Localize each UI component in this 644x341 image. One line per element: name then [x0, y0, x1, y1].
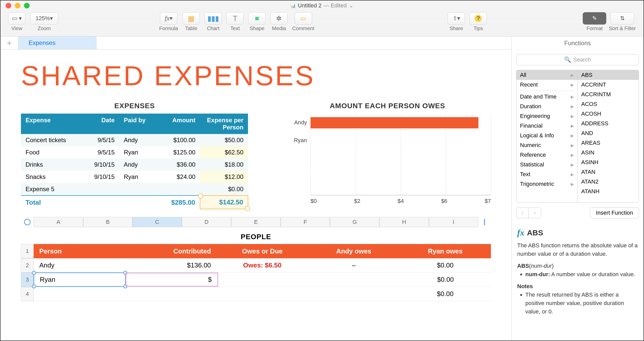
- shape-button[interactable]: ■: [248, 12, 266, 25]
- minimize-window-icon[interactable]: [15, 3, 20, 8]
- category-list[interactable]: All▶ Recent▶ Date and Time▶ Duration▶ En…: [516, 70, 578, 202]
- text-icon: T: [233, 14, 237, 23]
- media-button[interactable]: ✲: [270, 12, 288, 25]
- people-table[interactable]: 1 2 3 4 Person Contributed Owes or Due A…: [21, 244, 491, 301]
- function-doc: fxABS The ABS function returns the absol…: [512, 223, 643, 316]
- col-E[interactable]: E: [231, 217, 281, 227]
- y-label-andy: Andy: [284, 114, 307, 131]
- tips-icon: ?: [475, 15, 482, 22]
- text-button[interactable]: T: [226, 12, 244, 25]
- table-icon: ▦: [188, 14, 194, 23]
- chart-icon: ▮▮▮: [207, 14, 219, 23]
- brush-icon: ✎: [592, 15, 597, 22]
- insert-function-button[interactable]: Insert Function: [590, 207, 639, 218]
- search-input[interactable]: 🔍 Search: [516, 54, 639, 65]
- row-2[interactable]: 2: [21, 258, 34, 273]
- function-list[interactable]: ABS ACCRINT ACCRINTM ACOS ACOSH ADDRESS …: [578, 70, 639, 202]
- chart-mini-icon: 📊: [291, 3, 296, 8]
- titlebar: 📊 Untitled 2 — Edited ⌄: [1, 1, 643, 11]
- expenses-caption: EXPENSES: [21, 102, 248, 110]
- sheet-tab-expenses[interactable]: Expenses: [18, 36, 96, 49]
- zoom-button[interactable]: 125% ▾: [30, 12, 58, 25]
- column-headers: A B C D E F G H I: [21, 217, 491, 227]
- cat-recent[interactable]: Recent▶: [516, 80, 577, 90]
- share-button[interactable]: ⇧ ▾: [448, 12, 465, 25]
- selected-cell-total-pp: $142.50: [200, 196, 248, 209]
- col-D[interactable]: D: [182, 217, 231, 227]
- close-window-icon[interactable]: [6, 3, 11, 8]
- tips-button[interactable]: ?: [469, 12, 487, 25]
- document-name: Untitled 2: [298, 2, 321, 9]
- bar-andy: [311, 117, 478, 128]
- formula-button[interactable]: fx ▾: [160, 12, 177, 25]
- table-handle-icon[interactable]: [24, 219, 31, 225]
- side-panel-title: Functions: [511, 36, 643, 50]
- expenses-table[interactable]: Expense Date Paid by Amount Expense per …: [21, 114, 248, 209]
- comment-icon: ▭: [300, 15, 306, 22]
- comment-button[interactable]: ▭: [295, 12, 312, 25]
- nav-forward-button[interactable]: ›: [529, 208, 541, 218]
- col-I[interactable]: I: [429, 217, 478, 227]
- view-button[interactable]: ▭ ▾: [8, 12, 26, 25]
- owes-chart[interactable]: Andy Ryan: [284, 114, 491, 195]
- selected-cell-ryan[interactable]: Ryan: [33, 272, 126, 287]
- functions-panel: 🔍 Search All▶ Recent▶ Date and Time▶ Dur…: [511, 50, 643, 340]
- func-abs[interactable]: ABS: [578, 70, 639, 80]
- sheet-tabs: + Expenses Functions: [1, 36, 643, 50]
- row-3[interactable]: 3: [21, 273, 34, 287]
- zoom-window-icon[interactable]: [24, 3, 30, 8]
- cat-all[interactable]: All▶: [516, 70, 577, 80]
- canvas[interactable]: SHARED EXPENSES EXPENSES Expense Date Pa…: [1, 50, 511, 340]
- add-sheet-button[interactable]: +: [1, 36, 18, 49]
- y-label-ryan: Ryan: [284, 131, 307, 149]
- media-icon: ✲: [276, 15, 282, 22]
- format-button[interactable]: ✎: [583, 12, 606, 25]
- window-title[interactable]: 📊 Untitled 2 — Edited ⌄: [291, 2, 353, 9]
- col-H[interactable]: H: [379, 217, 429, 227]
- table-button[interactable]: ▦: [182, 12, 200, 25]
- toolbar: ▭ ▾View 125% ▾Zoom fx ▾Formula ▦Table ▮▮…: [1, 11, 643, 36]
- shape-icon: ■: [255, 14, 259, 22]
- nav-buttons[interactable]: ‹ ›: [516, 208, 541, 218]
- col-F[interactable]: F: [281, 217, 330, 227]
- search-icon: 🔍: [564, 56, 571, 63]
- row-4[interactable]: 4: [21, 287, 34, 301]
- row-1[interactable]: 1: [21, 244, 34, 258]
- chevron-down-icon[interactable]: ⌄: [349, 2, 353, 9]
- fx-doc-icon: fx: [517, 226, 524, 239]
- chart-title: AMOUNT EACH PERSON OWES: [284, 102, 491, 110]
- add-column-icon[interactable]: [484, 219, 485, 225]
- chart-button[interactable]: ▮▮▮: [204, 12, 222, 25]
- document-status: — Edited: [324, 2, 347, 9]
- col-C[interactable]: C: [132, 217, 182, 227]
- col-A[interactable]: A: [34, 217, 83, 227]
- nav-back-button[interactable]: ‹: [516, 208, 529, 218]
- sort-filter-button[interactable]: ⇅: [611, 12, 634, 25]
- page-title: SHARED EXPENSES: [21, 60, 491, 92]
- col-G[interactable]: G: [330, 217, 379, 227]
- col-B[interactable]: B: [83, 217, 133, 227]
- share-icon: ⇧: [453, 15, 457, 22]
- people-caption: PEOPLE: [21, 233, 491, 241]
- sort-icon: ⇅: [620, 15, 625, 22]
